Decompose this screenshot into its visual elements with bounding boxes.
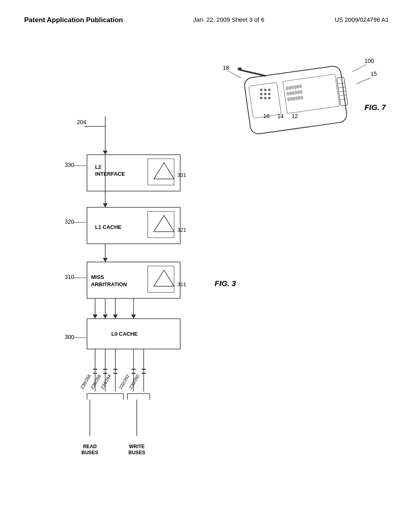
block-300-label: L0 CACHE (111, 331, 138, 337)
ref-12: 12 (292, 113, 298, 119)
svg-point-9 (268, 93, 271, 95)
svg-rect-31 (148, 159, 174, 185)
svg-rect-38 (148, 211, 174, 237)
block-330: 330 L2 INTERFACE 331 (65, 155, 186, 193)
svg-marker-51 (113, 315, 118, 319)
svg-point-10 (260, 97, 263, 99)
block-300: 300 L0 CACHE (65, 319, 180, 349)
block-320-label: L1 CACHE (95, 224, 122, 230)
patent-page: Patent Application Publication Jan. 22, … (0, 0, 413, 532)
svg-point-12 (268, 97, 271, 99)
svg-point-7 (260, 93, 263, 95)
patent-number: US 2009/024796 A1 (335, 16, 389, 23)
svg-marker-53 (131, 315, 136, 319)
ref-100: 100 (365, 58, 374, 64)
ref-320: 320 (65, 218, 74, 225)
svg-line-19 (338, 87, 345, 88)
read-buses-label1: READ (83, 444, 97, 449)
ref-18: 18 (223, 64, 229, 71)
diagram-area: 000000 000000 000000 100 15 18 (24, 28, 389, 496)
ref-310: 310 (65, 274, 74, 280)
svg-rect-44 (148, 266, 174, 292)
svg-line-23 (353, 64, 367, 72)
ref-204: 204 (77, 119, 87, 125)
svg-point-11 (264, 97, 267, 99)
svg-point-8 (264, 93, 267, 95)
svg-marker-49 (103, 315, 108, 319)
ref-331: 331 (177, 172, 186, 178)
svg-marker-47 (93, 315, 98, 319)
ref-15: 15 (371, 71, 377, 77)
publication-title: Patent Application Publication (24, 16, 123, 24)
block-310-label1: MISS (91, 274, 104, 280)
ref-16: 16 (263, 113, 270, 119)
block-330-label2: INTERFACE (95, 171, 125, 177)
write-buses-label1: WRITE (129, 444, 145, 449)
svg-point-4 (260, 89, 263, 91)
fig3-label: FIG. 3 (215, 279, 236, 288)
page-header: Patent Application Publication Jan. 22, … (24, 16, 389, 24)
sheet-info: Jan. 22, 2009 Sheet 3 of 6 (193, 16, 264, 23)
arrow-310-320 (103, 244, 108, 262)
block-310-label2: ARBITRATION (91, 281, 127, 287)
fig7-device: 000000 000000 000000 100 15 18 (223, 58, 386, 135)
ref-330: 330 (65, 162, 74, 168)
svg-marker-28 (103, 151, 108, 155)
ref-300: 300 (65, 334, 74, 340)
fig7-label: FIG. 7 (365, 103, 386, 112)
ref-311: 311 (177, 281, 186, 287)
block-330-label: L2 (95, 164, 101, 170)
block-320: 320 L1 CACHE 321 (65, 207, 186, 243)
svg-marker-41 (103, 258, 108, 262)
arrow-320-330 (103, 191, 108, 207)
svg-line-22 (340, 99, 347, 100)
read-buses-label2: BUSES (81, 450, 98, 455)
arrow-204-group: 204 (77, 116, 108, 154)
svg-line-24 (357, 78, 371, 84)
svg-line-18 (338, 83, 345, 84)
ref-321: 321 (177, 227, 186, 233)
write-buses-label2: BUSES (128, 450, 145, 455)
svg-line-1 (239, 70, 265, 76)
svg-point-6 (268, 89, 271, 91)
svg-marker-35 (103, 203, 108, 207)
svg-line-21 (339, 95, 346, 96)
block-310: 310 MISS ARBITRATION 311 (65, 262, 186, 298)
bus-230-260 (142, 349, 146, 391)
ref-14: 14 (277, 113, 284, 119)
svg-point-5 (264, 89, 267, 91)
bus-234-264 (113, 349, 117, 391)
svg-line-20 (339, 91, 346, 92)
svg-line-25 (228, 71, 241, 78)
